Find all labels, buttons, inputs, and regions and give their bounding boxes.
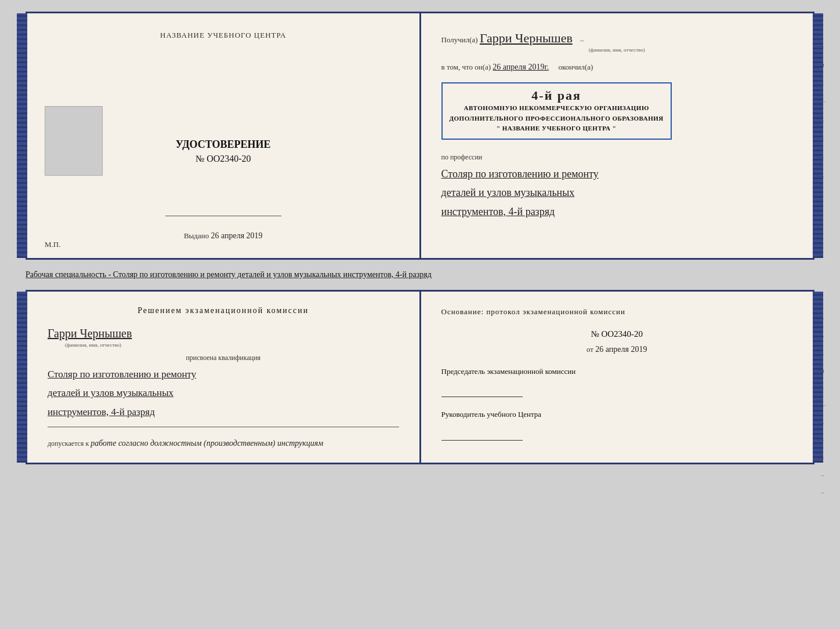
spine-left-top (17, 13, 27, 258)
diploma-right-page: Получил(а) Гарри Чернышев – (фамилия, им… (421, 13, 813, 258)
inner-number: № OO2340-20 (441, 329, 793, 339)
dopuskaetsya-label: допускается к работе согласно должностны… (48, 439, 399, 448)
diploma-left-page: НАЗВАНИЕ УЧЕБНОГО ЦЕНТРА УДОСТОВЕРЕНИЕ №… (27, 13, 421, 258)
dopuskaetsya-value: работе согласно должностным (производств… (90, 439, 323, 448)
inner-name: Гарри Чернышев (48, 327, 399, 340)
resheniem-title: Решением экзаменационной комиссии (48, 306, 399, 315)
rukovoditel-label: Руководитель учебного Центра (441, 409, 793, 420)
stamp-number: 4-й рая (450, 88, 664, 103)
vydano-label: Выдано 26 апреля 2019 (184, 231, 263, 240)
prisvoena-label: присвоена квалификация (48, 354, 399, 362)
predsedatel-label: Председатель экзаменационной комиссии (441, 366, 793, 377)
spine-right-bottom (813, 292, 823, 463)
vtom-label: в том, что он(а) 26 апреля 2019г. окончи… (441, 63, 593, 71)
vtom-date: 26 апреля 2019г. (493, 63, 549, 71)
stamp-org-line2: ДОПОЛНИТЕЛЬНОГО ПРОФЕССИОНАЛЬНОГО ОБРАЗО… (450, 114, 664, 124)
name-hint-top: (фамилия, имя, отчество) (441, 47, 793, 53)
vydano-date: 26 апреля 2019 (211, 231, 262, 240)
osnovanie-title: Основание: протокол экзаменационной коми… (441, 306, 793, 318)
stamp-box: 4-й рая АВТОНОМНУЮ НЕКОММЕРЧЕСКУЮ ОРГАНИ… (441, 82, 672, 140)
poluchil-label: Получил(а) Гарри Чернышев – (441, 35, 584, 44)
profession-inner-line2: деталей и узлов музыкальных (48, 384, 399, 402)
inner-date: от 26 апреля 2019 (441, 345, 793, 354)
stamp-org-line3: " НАЗВАНИЕ УЧЕБНОГО ЦЕНТРА " (450, 123, 664, 134)
mp-label: М.П. (45, 240, 60, 249)
photo-placeholder (45, 106, 103, 176)
recipient-name-top: Гарри Чернышев (480, 31, 573, 46)
profession-inner-line3: инструментов, 4-й разряд (48, 403, 399, 421)
spine-right-top (813, 13, 823, 258)
profession-line3-top: инструментов, 4-й разряд (441, 202, 793, 221)
inner-right-page: Основание: протокол экзаменационной коми… (421, 292, 813, 463)
description-text: Рабочая специальность - Столяр по изгото… (26, 266, 814, 284)
top-diploma: НАЗВАНИЕ УЧЕБНОГО ЦЕНТРА УДОСТОВЕРЕНИЕ №… (26, 12, 814, 260)
inner-left-page: Решением экзаменационной комиссии Гарри … (27, 292, 421, 463)
profession-line1-top: Столяр по изготовлению и ремонту (441, 165, 793, 183)
predsedatel-signature-line (441, 386, 523, 397)
po-professii-label: по профессии (441, 153, 793, 162)
center-title: НАЗВАНИЕ УЧЕБНОГО ЦЕНТРА (160, 31, 286, 40)
udostoverenie-title: УДОСТОВЕРЕНИЕ (176, 139, 271, 151)
bottom-book: Решением экзаменационной комиссии Гарри … (26, 290, 814, 464)
profession-inner-line1: Столяр по изготовлению и ремонту (48, 365, 399, 384)
spine-left-bottom (17, 292, 27, 463)
okончил-label: окончил(а) (558, 63, 593, 71)
document-container: НАЗВАНИЕ УЧЕБНОГО ЦЕНТРА УДОСТОВЕРЕНИЕ №… (26, 12, 814, 464)
udostoverenie-number: № OO2340-20 (176, 154, 271, 164)
inner-date-value: 26 апреля 2019 (595, 345, 647, 354)
rukovoditel-signature-line (441, 429, 523, 441)
stamp-org-line1: АВТОНОМНУЮ НЕКОММЕРЧЕСКУЮ ОРГАНИЗАЦИЮ (450, 103, 664, 114)
inner-name-hint: (фамилия, имя, отчество) (65, 342, 399, 348)
profession-line2-top: деталей и узлов музыкальных (441, 183, 793, 202)
